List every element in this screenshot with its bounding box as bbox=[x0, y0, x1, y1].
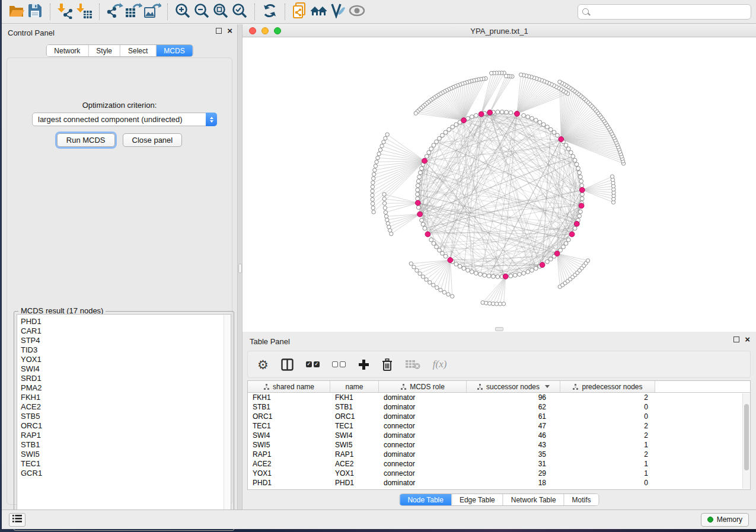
column-header-name[interactable]: name bbox=[330, 381, 379, 392]
network-node[interactable] bbox=[518, 273, 522, 277]
show-hide-button[interactable] bbox=[347, 2, 366, 21]
tab-network[interactable]: Network bbox=[46, 45, 88, 56]
table-row[interactable]: ACE2ACE2connector311 bbox=[248, 459, 750, 469]
network-node[interactable] bbox=[412, 265, 416, 269]
network-node[interactable] bbox=[569, 150, 573, 155]
export-image-button[interactable] bbox=[143, 2, 162, 21]
import-table-button[interactable] bbox=[75, 2, 94, 21]
network-node[interactable] bbox=[487, 274, 491, 278]
network-node[interactable] bbox=[530, 268, 534, 273]
network-node[interactable] bbox=[372, 172, 376, 176]
network-node[interactable] bbox=[490, 71, 493, 75]
network-node[interactable] bbox=[564, 242, 568, 246]
network-node[interactable] bbox=[479, 273, 483, 277]
network-node[interactable] bbox=[522, 271, 526, 275]
mcds-hub-node[interactable] bbox=[554, 251, 560, 257]
network-node[interactable] bbox=[416, 184, 420, 188]
splitter-grip[interactable] bbox=[238, 264, 242, 273]
network-canvas[interactable] bbox=[243, 37, 756, 332]
network-node[interactable] bbox=[548, 127, 553, 132]
network-node[interactable] bbox=[579, 180, 583, 184]
network-node[interactable] bbox=[371, 202, 374, 206]
network-node[interactable] bbox=[371, 206, 375, 210]
network-node[interactable] bbox=[409, 262, 413, 265]
network-node[interactable] bbox=[442, 290, 446, 294]
cybrowser-home-button[interactable] bbox=[310, 2, 328, 21]
network-node[interactable] bbox=[496, 275, 500, 279]
mcds-hub-node[interactable] bbox=[569, 232, 575, 237]
network-node[interactable] bbox=[425, 155, 429, 159]
mcds-hub-node[interactable] bbox=[461, 118, 467, 123]
run-mcds-button[interactable]: Run MCDS bbox=[57, 133, 115, 147]
network-node[interactable] bbox=[571, 155, 575, 159]
network-node[interactable] bbox=[444, 130, 448, 134]
network-node[interactable] bbox=[414, 111, 417, 115]
column-header-mcds-role[interactable]: MCDS role bbox=[379, 381, 467, 392]
network-node[interactable] bbox=[373, 168, 377, 172]
network-node[interactable] bbox=[421, 275, 425, 278]
network-node[interactable] bbox=[580, 193, 585, 197]
table-row[interactable]: PHD1PHD1dominator180 bbox=[248, 478, 750, 488]
mcds-hub-node[interactable] bbox=[422, 158, 428, 164]
tab-style[interactable]: Style bbox=[88, 45, 120, 56]
network-node[interactable] bbox=[438, 136, 442, 140]
network-node[interactable] bbox=[441, 251, 445, 255]
network-node[interactable] bbox=[380, 144, 384, 148]
network-node[interactable] bbox=[546, 125, 550, 129]
network-node[interactable] bbox=[435, 245, 439, 249]
network-node[interactable] bbox=[509, 274, 513, 278]
network-node[interactable] bbox=[385, 133, 389, 136]
optimization-criterion-select[interactable]: largest connected component (undirected) bbox=[32, 113, 217, 126]
network-node[interactable] bbox=[526, 270, 530, 274]
network-node[interactable] bbox=[500, 110, 504, 114]
task-history-button[interactable] bbox=[9, 513, 25, 527]
network-node[interactable] bbox=[416, 188, 420, 192]
network-node[interactable] bbox=[496, 110, 500, 114]
network-node[interactable] bbox=[474, 271, 479, 275]
zoom-fit-button[interactable] bbox=[211, 2, 230, 21]
network-node[interactable] bbox=[454, 123, 458, 127]
network-node[interactable] bbox=[374, 164, 377, 168]
mcds-hub-node[interactable] bbox=[574, 221, 579, 226]
network-node[interactable] bbox=[376, 156, 379, 159]
network-node[interactable] bbox=[534, 267, 538, 271]
network-node[interactable] bbox=[384, 210, 387, 214]
network-node[interactable] bbox=[454, 262, 458, 266]
network-node[interactable] bbox=[573, 158, 577, 162]
list-scrollbar[interactable] bbox=[224, 315, 231, 527]
network-node[interactable] bbox=[382, 201, 386, 205]
import-network-button[interactable] bbox=[56, 2, 75, 21]
show-columns-button[interactable] bbox=[281, 355, 294, 373]
table-tab-edge-table[interactable]: Edge Table bbox=[451, 494, 503, 505]
network-node[interactable] bbox=[372, 210, 375, 214]
column-header-shared-name[interactable]: shared name bbox=[248, 381, 330, 392]
network-node[interactable] bbox=[432, 283, 435, 287]
select-all-button[interactable]: ✓✓ bbox=[306, 355, 320, 373]
network-node[interactable] bbox=[458, 264, 462, 268]
network-node[interactable] bbox=[580, 184, 584, 188]
network-node[interactable] bbox=[566, 147, 570, 151]
network-node[interactable] bbox=[566, 238, 570, 242]
table-tab-node-table[interactable]: Node Table bbox=[400, 494, 451, 505]
network-node[interactable] bbox=[530, 117, 534, 121]
network-node[interactable] bbox=[562, 245, 566, 249]
network-node[interactable] bbox=[446, 293, 450, 296]
network-node[interactable] bbox=[610, 175, 614, 178]
network-node[interactable] bbox=[462, 267, 466, 271]
network-node[interactable] bbox=[384, 136, 387, 140]
canvas-splitter-grip[interactable] bbox=[495, 327, 503, 331]
float-table-panel-icon[interactable] bbox=[733, 336, 739, 342]
export-table-button[interactable] bbox=[124, 2, 143, 21]
network-node[interactable] bbox=[573, 226, 577, 230]
vizmapper-button[interactable] bbox=[328, 2, 347, 21]
network-node[interactable] bbox=[578, 171, 582, 175]
network-node[interactable] bbox=[375, 160, 378, 164]
network-node[interactable] bbox=[438, 248, 442, 252]
mcds-result-item[interactable]: GCR1 bbox=[17, 469, 231, 478]
network-node[interactable] bbox=[441, 133, 445, 137]
network-node[interactable] bbox=[502, 302, 505, 306]
table-row[interactable]: TEC1TEC1connector472 bbox=[248, 421, 750, 431]
network-node[interactable] bbox=[558, 80, 562, 84]
network-node[interactable] bbox=[418, 272, 422, 275]
network-node[interactable] bbox=[417, 175, 422, 179]
